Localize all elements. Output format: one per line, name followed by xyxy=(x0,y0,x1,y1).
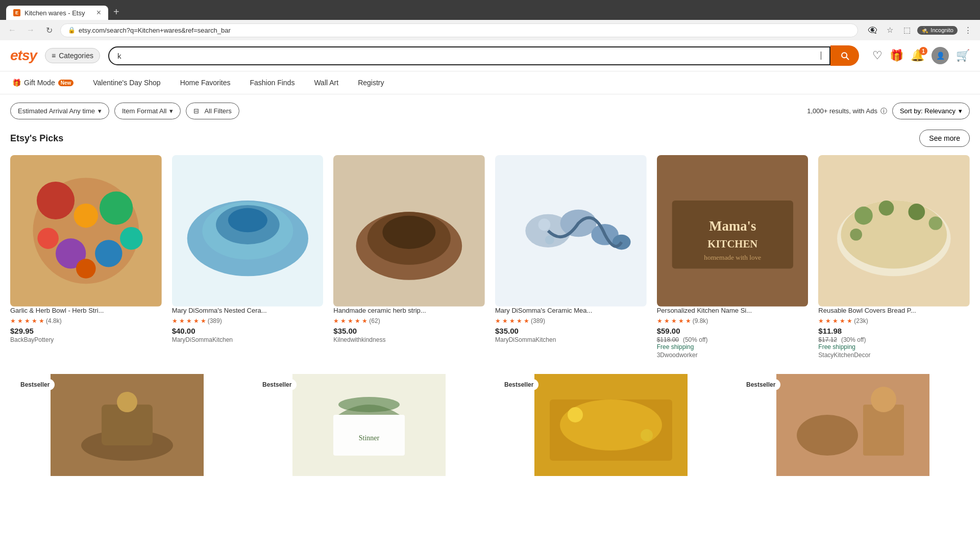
etsy-logo[interactable]: etsy xyxy=(10,47,37,64)
star-icon: ★ xyxy=(495,317,501,324)
seller-name: Kilnedwithkindness xyxy=(333,336,485,343)
product-card[interactable]: Reusable Bowl Covers Bread P... ★★★★★ (2… xyxy=(818,155,970,359)
back-button[interactable]: ← xyxy=(5,23,19,37)
search-icon xyxy=(840,51,850,61)
product-price: $59.00 xyxy=(657,327,680,335)
sort-button[interactable]: Sort by: Relevancy ▾ xyxy=(892,103,970,119)
categories-button[interactable]: ≡ Categories xyxy=(45,48,100,63)
star-icon: ★ xyxy=(502,317,508,324)
svg-point-35 xyxy=(879,201,894,216)
star-icon: ★ xyxy=(362,317,368,324)
results-info-icon[interactable]: ⓘ xyxy=(880,107,887,116)
product-pricing: $35.00 xyxy=(333,327,485,335)
product-card[interactable]: Mary DiSomma's Nested Cera... ★★★★★ (389… xyxy=(172,155,324,359)
user-avatar[interactable]: 👤 xyxy=(932,47,949,64)
svg-point-38 xyxy=(850,229,863,241)
star-icon: ★ xyxy=(832,317,838,324)
sub-nav-registry[interactable]: Registry xyxy=(356,71,386,94)
format-filter-button[interactable]: Item Format All ▾ xyxy=(114,103,181,119)
product-price: $29.95 xyxy=(10,327,34,335)
categories-label: Categories xyxy=(59,52,93,60)
sub-nav-wall-art[interactable]: Wall Art xyxy=(312,71,340,94)
star-icon: ★ xyxy=(671,317,677,324)
lock-icon: 🔒 xyxy=(68,27,76,34)
sub-nav-fashion-finds[interactable]: Fashion Finds xyxy=(248,71,297,94)
search-button[interactable] xyxy=(830,45,859,66)
product-stars: ★★★★★ (23k) xyxy=(818,317,970,324)
star-icon: ★ xyxy=(678,317,684,324)
bestseller-card[interactable]: Bestseller Stinner xyxy=(252,374,486,476)
format-chevron-icon: ▾ xyxy=(169,107,173,115)
product-grid: Garlic & Herb Bowl - Herb Stri... ★★★★★ … xyxy=(10,155,970,359)
star-icon: ★ xyxy=(847,317,852,324)
bestseller-card[interactable]: Bestseller xyxy=(494,374,728,476)
original-price: $17.12 xyxy=(818,336,837,343)
review-count: (62) xyxy=(369,317,380,324)
star-icon: ★ xyxy=(664,317,670,324)
product-title: Garlic & Herb Bowl - Herb Stri... xyxy=(10,307,162,315)
svg-text:homemade with love: homemade with love xyxy=(704,254,761,261)
arrival-filter-button[interactable]: Estimated Arrival Any time ▾ xyxy=(10,103,109,119)
browser-tab[interactable]: E Kitchen wares - Etsy × xyxy=(6,6,108,20)
product-title: Mary DiSomma's Nested Cera... xyxy=(172,307,324,315)
product-pricing: $11.98 $17.12 (30% off) xyxy=(818,327,970,343)
see-more-button[interactable]: See more xyxy=(919,130,970,147)
browser-nav: ← → ↻ 🔒 etsy.com/search?q=Kitchen+wares&… xyxy=(0,20,980,40)
free-shipping-label: Free shipping xyxy=(657,343,808,350)
star-icon: ★ xyxy=(32,317,37,324)
arrival-chevron-icon: ▾ xyxy=(98,107,102,115)
sub-nav-valentines-label: Valentine's Day Shop xyxy=(93,79,160,87)
product-card[interactable]: Garlic & Herb Bowl - Herb Stri... ★★★★★ … xyxy=(10,155,162,359)
url-text: etsy.com/search?q=Kitchen+wares&ref=sear… xyxy=(79,27,231,34)
svg-point-3 xyxy=(100,191,133,224)
sort-chevron-icon: ▾ xyxy=(959,107,962,115)
gift-mode-icon: 🎁 xyxy=(12,79,21,87)
bestseller-card[interactable]: Bestseller xyxy=(10,374,244,476)
svg-point-34 xyxy=(855,207,873,225)
all-filters-button[interactable]: ⊟ All Filters xyxy=(186,103,239,119)
product-stars: ★★★★★ (62) xyxy=(333,317,485,324)
bookmark-button[interactable]: ☆ xyxy=(883,23,897,37)
product-card[interactable]: Mama's KITCHEN homemade with love Person… xyxy=(657,155,808,359)
search-box[interactable] xyxy=(108,46,830,65)
bestseller-card[interactable]: Bestseller xyxy=(736,374,970,476)
star-icon: ★ xyxy=(17,317,23,324)
menu-button[interactable]: ⋮ xyxy=(961,23,975,37)
review-count: (23k) xyxy=(854,317,868,324)
seller-name: MaryDiSommaKitchen xyxy=(172,336,324,343)
no-tracking-button[interactable]: 👁‍🗨 xyxy=(865,23,879,37)
refresh-button[interactable]: ↻ xyxy=(42,23,56,37)
forward-button[interactable]: → xyxy=(23,23,38,37)
star-icon: ★ xyxy=(657,317,663,324)
product-image xyxy=(333,155,485,307)
etsy-header: etsy ≡ Categories ♡ 🎁 🔔 1 👤 🛒 xyxy=(0,40,980,71)
sub-nav-home-favorites[interactable]: Home Favorites xyxy=(178,71,233,94)
browser-nav-right: 👁‍🗨 ☆ ⬚ 🕵 Incognito ⋮ xyxy=(865,23,975,37)
cart-button[interactable]: 🛒 xyxy=(956,49,970,62)
notifications-button[interactable]: 🔔 1 xyxy=(911,49,924,62)
product-price: $35.00 xyxy=(495,327,519,335)
product-card[interactable]: Handmade ceramic herb strip... ★★★★★ (62… xyxy=(333,155,485,359)
sub-nav-gift-mode-label: Gift Mode xyxy=(24,79,55,87)
product-card[interactable]: Mary DiSomma's Ceramic Mea... ★★★★★ (389… xyxy=(495,155,647,359)
favorites-button[interactable]: ♡ xyxy=(872,49,883,62)
tab-close-button[interactable]: × xyxy=(96,9,101,17)
svg-text:Stinner: Stinner xyxy=(359,434,380,442)
gift-button[interactable]: 🎁 xyxy=(890,49,903,62)
star-icon: ★ xyxy=(355,317,360,324)
star-icon: ★ xyxy=(825,317,831,324)
sub-nav-valentines[interactable]: Valentine's Day Shop xyxy=(91,71,162,94)
new-tab-button[interactable]: + xyxy=(109,4,124,20)
svg-point-50 xyxy=(568,407,583,422)
sidebar-button[interactable]: ⬚ xyxy=(900,23,914,37)
star-icon: ★ xyxy=(39,317,44,324)
discount-text: (30% off) xyxy=(841,336,866,343)
product-pricing: $40.00 xyxy=(172,327,324,335)
search-input[interactable] xyxy=(117,52,820,60)
star-icon: ★ xyxy=(524,317,529,324)
all-filters-label: All Filters xyxy=(204,107,231,115)
address-bar[interactable]: 🔒 etsy.com/search?q=Kitchen+wares&ref=se… xyxy=(60,23,858,37)
sub-nav-gift-mode[interactable]: 🎁 Gift Mode New xyxy=(10,71,76,94)
star-icon: ★ xyxy=(840,317,845,324)
product-image xyxy=(10,155,162,307)
